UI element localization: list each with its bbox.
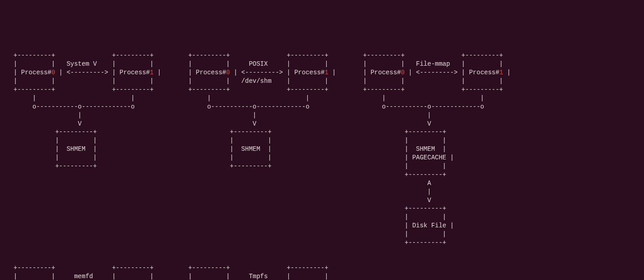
diagram-systemv: +---------+ +---------+ | | System V | |… xyxy=(14,43,161,171)
label-tmpfs1: Tmpfs xyxy=(249,273,268,280)
diagram-filemmap: +---------+ +---------+ | | File-mmap | … xyxy=(363,43,511,247)
label-systemv: System V xyxy=(67,60,97,68)
label-posix1: POSIX xyxy=(249,60,268,68)
box-filemmap2: PAGECACHE xyxy=(412,154,447,161)
diagram-memfd: +---------+ +---------+ | | memfd | | | … xyxy=(14,264,161,280)
box-filemmap1: SHMEM xyxy=(416,145,435,153)
diagram-tmpfs: +---------+ +---------+ | | Tmpfs | | | … xyxy=(188,264,336,280)
label-posix2: /dev/shm xyxy=(241,77,271,85)
diagram-posix: +---------+ +---------+ | | POSIX | | | … xyxy=(188,43,336,171)
label-filemmap: File-mmap xyxy=(416,60,450,68)
label-memfd1: memfd xyxy=(74,273,93,280)
box-systemv: SHMEM xyxy=(67,145,86,153)
box-filemmap3: Disk File xyxy=(412,222,447,229)
box-posix: SHMEM xyxy=(241,145,260,153)
